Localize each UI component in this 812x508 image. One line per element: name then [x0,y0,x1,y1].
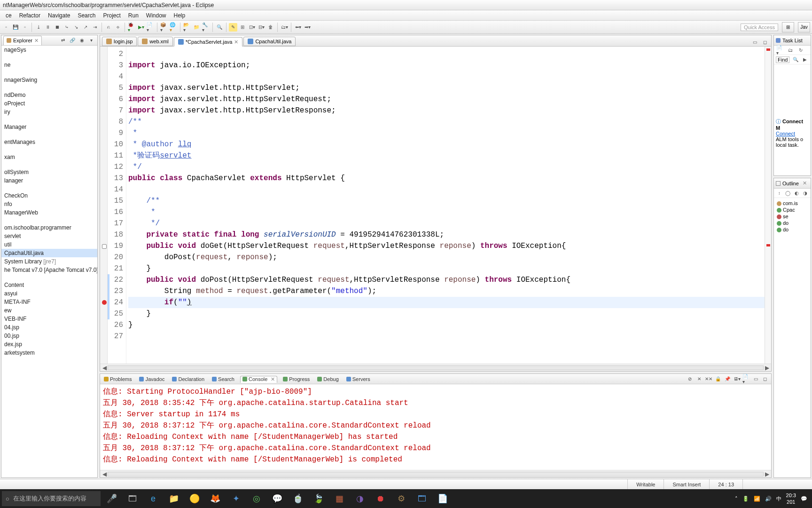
outline-hide-fields-icon[interactable]: ◯ [785,189,792,198]
taskbar-clock[interactable]: 20:3201 [786,492,796,505]
chrome-icon[interactable]: 🟡 [185,489,204,508]
menu-item-help[interactable]: Help [170,12,189,19]
toolbar-button[interactable]: 📂▾ [183,23,191,32]
app-icon[interactable]: 📄 [433,489,452,508]
console-remove-icon[interactable]: ✕ [695,375,703,383]
collapse-all-icon[interactable]: ⇄ [59,36,67,45]
tree-item[interactable]: nnagerSwing [1,76,97,84]
explorer-tab[interactable]: Explorer ✕ [3,36,42,45]
app-icon[interactable]: ⚙ [392,489,411,508]
java-perspective-button[interactable]: Jav [798,22,810,32]
eclipse-icon[interactable]: ◑ [351,489,369,508]
scroll-right-icon[interactable]: ▶ [764,471,770,477]
code-body[interactable]: import java.io.IOException; import javax… [126,47,765,364]
bottom-tab-javadoc[interactable]: Javadoc [137,376,166,382]
toolbar-button[interactable]: ⤓ [34,23,43,32]
tree-item[interactable]: asyui [1,289,97,298]
outline-hide-static-icon[interactable]: ◐ [793,189,800,198]
editor-tab[interactable]: web.xml [138,37,172,46]
new-task-icon[interactable]: 📄▾ [776,46,784,55]
toolbar-button[interactable]: ⎌ [104,23,113,32]
close-icon[interactable]: ✕ [803,180,807,186]
taskbar-tray[interactable]: ˄ 🔋 📶 🔊 中 20:3201 💬 [735,492,810,505]
tree-item[interactable]: xam [1,153,97,161]
tree-item[interactable]: oProject [1,99,97,108]
toolbar-button[interactable]: ⏸ [44,23,52,32]
forward-icon[interactable]: ➡▾ [303,23,312,32]
wechat-icon[interactable]: 💬 [268,489,287,508]
toolbar-button[interactable]: 📦▾ [160,23,168,32]
back-icon[interactable]: ⬅▾ [294,23,302,32]
tree-item[interactable]: iry [1,108,97,116]
outline-item[interactable]: se [776,213,809,220]
console-pin-icon[interactable]: 📌 [723,375,732,383]
outline-hide-nonpublic-icon[interactable]: ◑ [802,189,809,198]
task-sync-icon[interactable]: ↻ [796,46,805,55]
editor-horizontal-scrollbar[interactable]: ◀ ▶ [100,364,771,371]
debug-icon[interactable]: 🐞▾ [127,23,136,32]
scroll-left-icon[interactable]: ◀ [101,471,108,477]
close-icon[interactable]: ✕ [271,376,275,382]
app-icon[interactable]: 🍃 [309,489,328,508]
link-editor-icon[interactable]: 🔗 [68,36,77,45]
overview-error-marker[interactable] [766,48,770,51]
minimize-icon[interactable]: ▭ [750,38,759,46]
console-display-icon[interactable]: 🖥▾ [733,375,741,383]
console-remove-all-icon[interactable]: ✕✕ [704,375,713,383]
line-number-gutter[interactable]: 2345678910111213141516171819202122232425… [108,47,126,364]
menu-item-navigate[interactable]: Navigate [44,12,74,19]
toolbar-button[interactable]: 📁 [192,23,201,32]
menu-item-project[interactable]: Project [99,12,124,19]
tree-item[interactable]: CheckOn [1,191,97,200]
toolbar-button[interactable]: ↗ [81,23,90,32]
editor-tab[interactable]: *CpachaServlet.java✕ [174,37,243,47]
bottom-tab-declaration[interactable]: Declaration [170,376,206,382]
maximize-icon[interactable]: ◻ [761,38,769,46]
notifications-icon[interactable]: 💬 [801,496,807,502]
tree-item[interactable]: VEB-INF [1,315,97,323]
outline-body[interactable]: com.isCpacsedodo [774,198,811,477]
bottom-tab-search[interactable]: Search [210,376,236,382]
toolbar-button[interactable]: 💾 [11,23,20,32]
toolbar-button[interactable]: 🔧▾ [202,23,210,32]
toolbar-button[interactable]: ▫ [2,23,10,32]
menu-item-ce[interactable]: ce [2,12,16,19]
outline-item[interactable]: Cpac [776,206,809,213]
record-icon[interactable]: ⏺ [371,489,390,508]
search-icon[interactable]: 🔍 [215,23,224,32]
toolbar-button[interactable]: 🌐▾ [169,23,178,32]
toolbar-button[interactable]: ⏹ [53,23,62,32]
tree-item[interactable]: 04.jsp [1,323,97,332]
tree-item[interactable]: System Library [jre7] [1,257,97,266]
menu-item-search[interactable]: Search [74,12,99,19]
toolbar-button[interactable]: 🗑 [266,23,275,32]
task-category-icon[interactable]: 🗂 [786,46,795,55]
menu-bar[interactable]: ceRefactorNavigateSearchProjectRunWindow… [0,10,812,21]
tree-item[interactable]: nageSys [1,46,97,54]
bottom-tab-progress[interactable]: Progress [281,376,312,382]
windows-taskbar[interactable]: ○ 在这里输入你要搜索的内容 🎤 🗔 e 📁 🟡 🦊 ✦ ◎ 💬 🍵 🍃 ▦ ◑… [0,489,812,508]
tree-item[interactable]: Content [1,281,97,289]
overview-ruler[interactable] [765,47,771,364]
volume-icon[interactable]: 🔊 [765,496,772,502]
scroll-track[interactable] [108,365,764,370]
tray-up-icon[interactable]: ˄ [735,496,738,502]
bottom-tab-debug[interactable]: Debug [315,376,340,382]
outline-item[interactable]: do [776,220,809,226]
tree-item[interactable]: util [1,240,97,249]
open-perspective-button[interactable]: ⊞ [782,22,794,32]
console-scroll-lock-icon[interactable]: 🔒 [714,375,722,383]
taskview-icon[interactable]: 🗔 [123,489,142,508]
run-icon[interactable]: ▶▾ [137,23,145,32]
toolbar-button[interactable]: ▫ [21,23,29,32]
tree-item[interactable]: he Tomcat v7.0 [Apache Tomcat v7.0] [1,266,97,274]
tree-item[interactable]: ne [1,61,97,69]
console-output[interactable]: 信息: Starting ProtocolHandler ["ajp-bio-8… [100,384,771,470]
console-horizontal-scrollbar[interactable]: ◀ ▶ [100,470,771,477]
task-activate-icon[interactable]: ▶ [801,56,809,64]
tree-item[interactable]: entManages [1,138,97,146]
scroll-right-icon[interactable]: ▶ [764,365,770,371]
tree-item[interactable]: nfo [1,200,97,208]
focus-task-icon[interactable]: ◉ [78,36,86,45]
code-editor[interactable]: 2345678910111213141516171819202122232425… [100,47,771,364]
